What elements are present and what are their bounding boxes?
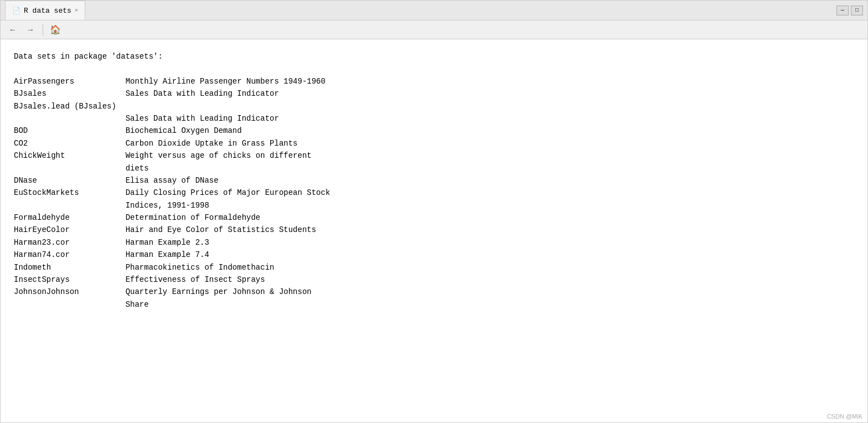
main-window: 📄 R data sets × — □ ← → 🏠 Data sets in p…: [0, 0, 868, 423]
forward-button[interactable]: →: [23, 23, 38, 37]
content-area: Data sets in package 'datasets': AirPass…: [1, 39, 867, 422]
tab-label: R data sets: [24, 7, 71, 15]
home-button[interactable]: 🏠: [48, 23, 63, 37]
content-text: Data sets in package 'datasets': AirPass…: [14, 50, 854, 311]
toolbar-separator: [43, 24, 43, 35]
forward-icon: →: [28, 25, 33, 34]
home-icon: 🏠: [50, 24, 61, 35]
document-icon: 📄: [12, 7, 20, 15]
minimize-button[interactable]: —: [836, 6, 849, 16]
back-icon: ←: [11, 25, 15, 34]
tab-close-button[interactable]: ×: [75, 7, 79, 14]
window-controls: — □: [836, 6, 863, 16]
tab-area: 📄 R data sets ×: [5, 1, 85, 20]
r-datasets-tab[interactable]: 📄 R data sets ×: [5, 1, 85, 20]
title-bar: 📄 R data sets × — □: [1, 1, 867, 20]
toolbar: ← → 🏠: [1, 20, 867, 39]
maximize-button[interactable]: □: [851, 6, 863, 16]
watermark: CSDN @MiK: [827, 413, 862, 420]
back-button[interactable]: ←: [5, 23, 20, 37]
